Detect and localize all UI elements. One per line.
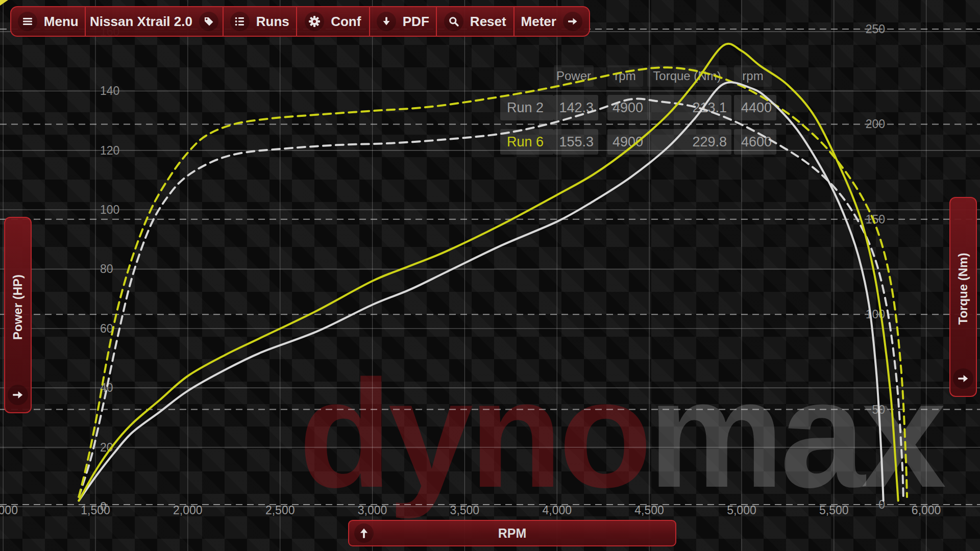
svg-text:250: 250: [866, 22, 885, 36]
meter-button[interactable]: Meter: [514, 7, 589, 36]
svg-text:3,500: 3,500: [450, 504, 480, 517]
curve-run-6-torque-nm-: [79, 67, 907, 497]
main-toolbar: Menu Nissan Xtrail 2.0 Runs Conf PDF: [10, 6, 590, 37]
svg-text:150: 150: [866, 213, 885, 226]
run-list-icon: [230, 12, 250, 31]
power-axis-label: Power (HP): [11, 274, 25, 340]
svg-text:5,000: 5,000: [727, 504, 756, 517]
svg-text:140: 140: [100, 84, 119, 97]
rpm-axis-label: RPM: [349, 526, 675, 541]
hamburger-menu-icon: [18, 12, 37, 31]
curve-run-2-power-hp-: [79, 82, 883, 500]
svg-text:4,000: 4,000: [542, 504, 572, 517]
svg-text:0: 0: [100, 500, 107, 513]
corner-marker: [0, 0, 8, 6]
conf-label: Conf: [331, 14, 361, 30]
runs-button[interactable]: Runs: [224, 7, 297, 36]
power-axis-tab[interactable]: Power (HP): [4, 217, 32, 413]
arrow-right-icon: [563, 12, 582, 31]
torque-axis-tab[interactable]: Torque (Nm): [949, 197, 977, 397]
pdf-label: PDF: [403, 14, 429, 30]
pdf-button[interactable]: PDF: [370, 7, 437, 36]
svg-text:6,000: 6,000: [912, 504, 941, 517]
vehicle-label: Nissan Xtrail 2.0: [90, 14, 192, 30]
curve-run-6-power-hp-: [79, 44, 898, 501]
curve-run-2-torque-nm-: [79, 99, 903, 497]
svg-text:200: 200: [866, 117, 885, 131]
vehicle-button[interactable]: Nissan Xtrail 2.0: [86, 7, 223, 36]
gear-icon: [305, 12, 324, 31]
menu-button[interactable]: Menu: [11, 7, 86, 36]
tag-icon: [199, 12, 218, 31]
svg-text:5,500: 5,500: [819, 504, 849, 517]
svg-text:1,000: 1,000: [0, 504, 18, 517]
meter-label: Meter: [521, 14, 556, 30]
dyno-chart-canvas[interactable]: 1,0001,5002,0002,5003,0003,5004,0004,500…: [0, 0, 980, 551]
svg-text:4,500: 4,500: [634, 504, 664, 517]
rpm-axis-bar[interactable]: RPM: [348, 520, 676, 546]
reset-label: Reset: [470, 14, 506, 30]
torque-axis-arrow-icon: [953, 368, 973, 389]
torque-axis-label: Torque (Nm): [956, 253, 970, 325]
menu-label: Menu: [44, 14, 79, 30]
svg-text:120: 120: [100, 144, 119, 157]
svg-text:100: 100: [100, 203, 119, 216]
svg-text:2,000: 2,000: [173, 504, 203, 517]
conf-button[interactable]: Conf: [297, 7, 370, 36]
svg-text:3,000: 3,000: [358, 504, 387, 517]
dyno-app: dynomax Power rpm Torque (Nm) rpm Run 2 …: [0, 0, 980, 551]
download-arrow-icon: [377, 12, 396, 31]
runs-label: Runs: [256, 14, 289, 30]
svg-text:80: 80: [100, 262, 113, 276]
magnifier-icon: [444, 12, 463, 31]
svg-text:2,500: 2,500: [265, 504, 295, 517]
power-axis-arrow-icon: [8, 385, 28, 405]
reset-button[interactable]: Reset: [437, 7, 514, 36]
